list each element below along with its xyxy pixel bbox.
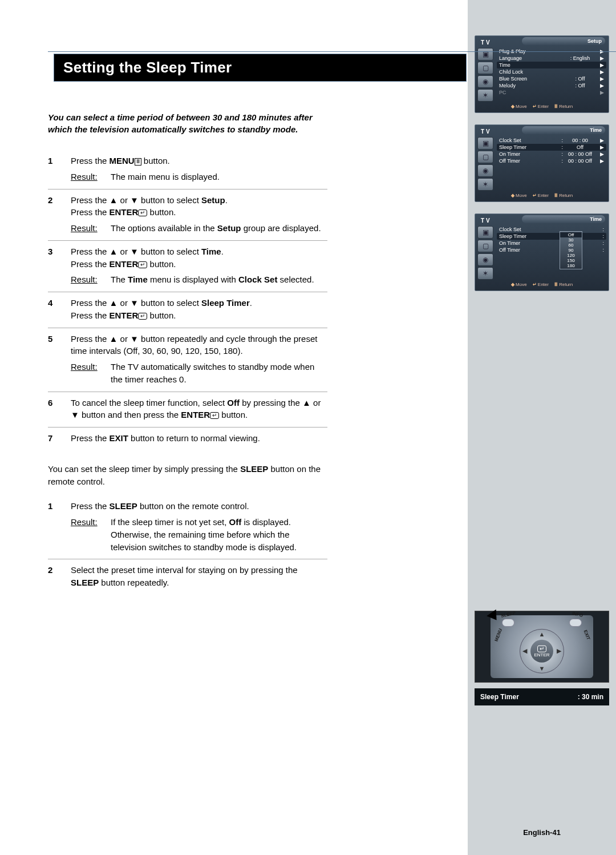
enter-icon: ↵ (138, 313, 147, 320)
osd-icon: ✶ (477, 178, 493, 191)
osd-icon: ✶ (477, 267, 493, 280)
bar-label: Sleep Timer (480, 693, 519, 701)
sleep-button (502, 619, 514, 627)
osd-icon: ▣ (477, 226, 493, 239)
enter-icon: ↵ (138, 209, 147, 216)
info-button (569, 619, 582, 627)
osd-list: Clock Set: Sleep Timer: On Timer: Off Ti… (497, 226, 606, 280)
osd-time-popup-panel: T V Time ▣ ▢ ◉ ✶ Clock Set: Sleep Timer:… (475, 213, 609, 291)
step: 5 Press the ▲ or ▼ button repeatedly and… (48, 330, 327, 392)
page-number: English-41 (468, 828, 616, 837)
osd-title: Time (590, 127, 602, 133)
osd-time-panel: T V Time ▣ ▢ ◉ ✶ Clock Set:00 : 00▶ Slee… (475, 124, 609, 202)
sidebar-illustrations: T V Setup ▣ ▢ ◉ ✶ Plug & Play▶ Language:… (468, 0, 616, 855)
osd-tv-label: T V (481, 39, 490, 46)
osd-icon: ▢ (477, 62, 493, 74)
step: 6 To cancel the sleep timer function, se… (48, 394, 327, 428)
step: 2 Press the ▲ or ▼ button to select Setu… (48, 192, 327, 241)
osd-title: Setup (587, 38, 602, 44)
osd-setup-panel: T V Setup ▣ ▢ ◉ ✶ Plug & Play▶ Language:… (475, 35, 609, 113)
osd-list: Plug & Play▶ Language: English▶ Time▶ Ch… (497, 48, 606, 102)
osd-title: Time (590, 216, 602, 222)
osd-list: Clock Set:00 : 00▶ Sleep Timer:Off▶ On T… (497, 137, 606, 191)
step: 1 Press the MENUⅢ button. Result: The ma… (48, 152, 327, 189)
bar-value: : 30 min (578, 693, 603, 701)
step: 4 Press the ▲ or ▼ button to select Slee… (48, 295, 327, 328)
osd-icon: ▢ (477, 240, 493, 252)
highlight-arrow-icon (487, 610, 501, 624)
osd-icon: ✶ (477, 89, 493, 102)
osd-icon: ▢ (477, 151, 493, 163)
sleep-timer-osd-bar: Sleep Timer : 30 min (475, 688, 609, 705)
osd-icon: ◉ (477, 164, 493, 177)
alt-step: 1 Press the SLEEP button on the remote c… (48, 498, 327, 559)
osd-icon: ◉ (477, 253, 493, 266)
step: 3 Press the ▲ or ▼ button to select Time… (48, 243, 327, 292)
sleep-timer-popup: Off 30 60 90 120 150 180 (560, 231, 582, 269)
osd-tv-label: T V (481, 128, 490, 135)
page-title-band: Setting the Sleep Timer (54, 54, 467, 82)
osd-icon: ▣ (477, 137, 493, 150)
menu-icon: Ⅲ (135, 158, 141, 166)
note-text: You can set the sleep timer by simply pr… (48, 463, 327, 488)
osd-tv-label: T V (481, 217, 490, 224)
osd-icon: ◉ (477, 75, 493, 88)
page-title: Setting the Sleep Timer (63, 59, 457, 76)
dpad: ▲ ▼ ◀ ▶ ↵ ENTER (520, 629, 564, 673)
osd-icon: ▣ (477, 48, 493, 61)
instructions-column: You can select a time period of between … (48, 111, 327, 597)
intro-text: You can select a time period of between … (48, 111, 327, 135)
enter-icon: ↵ (138, 261, 147, 268)
enter-icon: ↵ (210, 412, 219, 419)
step: 7 Press the EXIT button to return to nor… (48, 430, 327, 450)
remote-illustration: SLEEP INFO MENU EXIT ▲ ▼ ◀ ▶ ↵ ENTER (475, 611, 609, 683)
enter-button: ↵ ENTER (530, 640, 553, 663)
header-rule (48, 51, 616, 52)
alt-step: 2 Select the preset time interval for st… (48, 562, 327, 595)
